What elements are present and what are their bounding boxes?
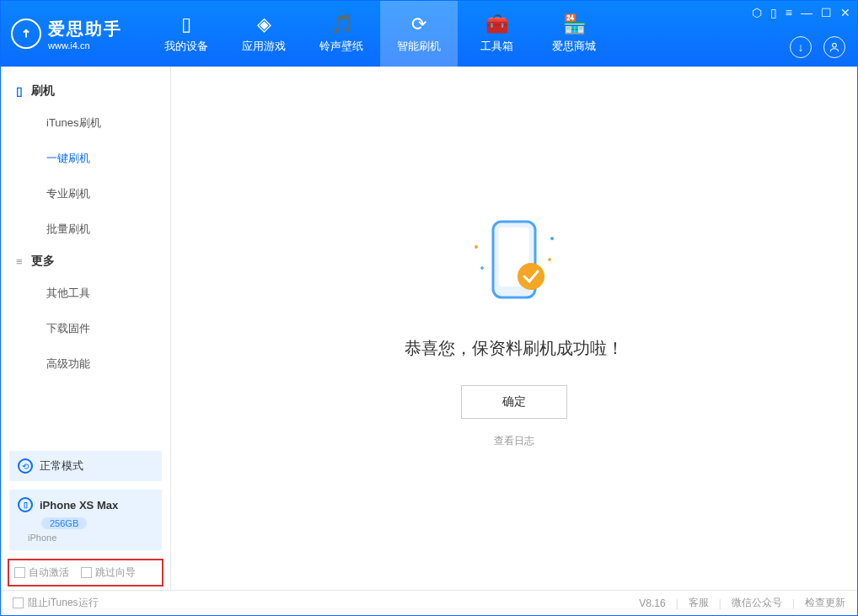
skip-guide-checkbox[interactable]: 跳过向导	[81, 565, 136, 580]
sidebar-section-title: 刷机	[31, 83, 55, 99]
nav-tab-ringtone[interactable]: 🎵铃声壁纸	[303, 1, 380, 67]
sidebar-section-flash: ▯ 刷机	[1, 77, 170, 105]
sidebar-item-batch[interactable]: 批量刷机	[1, 212, 170, 247]
mobile-icon[interactable]: ▯	[770, 6, 777, 19]
menu-icon[interactable]: ≡	[786, 6, 792, 19]
footer-link-update[interactable]: 检查更新	[805, 596, 845, 610]
sidebar-item-firmware[interactable]: 下载固件	[1, 311, 170, 346]
nav-tab-label: 爱思商城	[552, 39, 596, 54]
nav-tab-device[interactable]: ▯我的设备	[147, 1, 225, 67]
shirt-icon[interactable]: ⬡	[752, 6, 762, 19]
nav-tab-label: 铃声壁纸	[319, 39, 363, 54]
checkbox-label: 自动激活	[29, 565, 69, 580]
svg-point-4	[475, 245, 478, 249]
view-log-link[interactable]: 查看日志	[494, 434, 534, 448]
user-icon[interactable]	[823, 36, 845, 58]
nav-tab-flash[interactable]: ⟳智能刷机	[380, 1, 458, 67]
sidebar-item-itunes[interactable]: iTunes刷机	[1, 105, 170, 141]
footer-link-wechat[interactable]: 微信公众号	[732, 596, 782, 610]
main-content: 恭喜您，保资料刷机成功啦！ 确定 查看日志	[171, 67, 857, 590]
nav-tab-toolbox[interactable]: 🧰工具箱	[458, 1, 535, 67]
toolbox-icon: 🧰	[485, 13, 508, 35]
nav-tab-store[interactable]: 🏪爱思商城	[535, 1, 613, 67]
minimize-button[interactable]: —	[801, 6, 812, 19]
header: 爱思助手 www.i4.cn ▯我的设备 ◈应用游戏 🎵铃声壁纸 ⟳智能刷机 🧰…	[1, 1, 857, 67]
sidebar-item-pro[interactable]: 专业刷机	[1, 176, 170, 212]
svg-point-3	[517, 263, 544, 290]
nav-tab-label: 我的设备	[164, 39, 208, 54]
sidebar-section-title: 更多	[31, 254, 55, 269]
footer-checkbox-label: 阻止iTunes运行	[28, 596, 99, 610]
success-illustration	[447, 209, 582, 313]
auto-activate-checkbox[interactable]: 自动激活	[14, 565, 69, 580]
version-label: V8.16	[639, 597, 665, 609]
nav-tab-label: 工具箱	[480, 39, 513, 54]
refresh-icon: ⟳	[411, 13, 426, 35]
list-icon: ≡	[16, 255, 23, 268]
footer-link-service[interactable]: 客服	[689, 596, 709, 610]
app-logo: 爱思助手 www.i4.cn	[11, 18, 122, 51]
nav-tab-label: 智能刷机	[397, 39, 441, 54]
block-itunes-checkbox[interactable]: 阻止iTunes运行	[13, 596, 99, 610]
sidebar-item-oneclick[interactable]: 一键刷机	[1, 141, 170, 176]
sidebar-item-advanced[interactable]: 高级功能	[1, 346, 170, 382]
device-mode-box[interactable]: ⟲ 正常模式	[9, 451, 162, 481]
footer: 阻止iTunes运行 V8.16 | 客服 | 微信公众号 | 检查更新	[1, 590, 857, 615]
sidebar: ▯ 刷机 iTunes刷机 一键刷机 专业刷机 批量刷机 ≡ 更多 其他工具 下…	[1, 67, 171, 590]
device-type: iPhone	[28, 533, 153, 543]
svg-point-0	[833, 43, 837, 47]
sidebar-section-more: ≡ 更多	[1, 247, 170, 276]
checkbox-highlight-box: 自动激活 跳过向导	[8, 559, 164, 587]
device-mode-label: 正常模式	[40, 458, 83, 474]
device-info-box[interactable]: ▯ iPhone XS Max 256GB iPhone	[9, 490, 162, 550]
device-icon: ▯	[181, 13, 191, 35]
sidebar-item-othertools[interactable]: 其他工具	[1, 276, 170, 311]
svg-point-5	[550, 237, 554, 240]
music-icon: 🎵	[330, 13, 353, 35]
cube-icon: ◈	[257, 13, 271, 35]
device-capacity: 256GB	[41, 517, 87, 529]
phone-icon: ▯	[16, 84, 23, 98]
checkbox-label: 跳过向导	[95, 565, 136, 580]
phone-small-icon: ▯	[18, 497, 33, 512]
close-button[interactable]: ✕	[840, 6, 850, 19]
app-name: 爱思助手	[48, 18, 122, 40]
ok-button[interactable]: 确定	[461, 385, 567, 419]
nav-tab-apps[interactable]: ◈应用游戏	[225, 1, 303, 67]
nav-tab-label: 应用游戏	[242, 39, 286, 54]
app-site: www.i4.cn	[48, 40, 122, 51]
status-icon: ⟲	[18, 458, 33, 474]
download-icon[interactable]: ↓	[790, 36, 812, 58]
success-message: 恭喜您，保资料刷机成功啦！	[405, 337, 624, 360]
device-name: iPhone XS Max	[40, 499, 118, 512]
logo-icon	[11, 19, 41, 49]
maximize-button[interactable]: ☐	[821, 6, 832, 19]
store-icon: 🏪	[563, 13, 586, 35]
